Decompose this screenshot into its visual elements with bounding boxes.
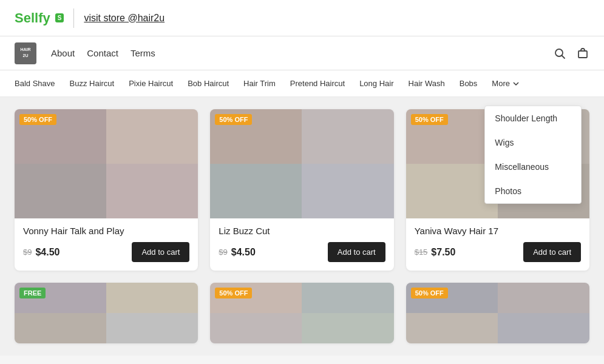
- chevron-down-icon: [512, 80, 520, 87]
- more-dropdown: Shoulder Length Wigs Miscellaneous Photo…: [484, 106, 582, 204]
- cart-icon[interactable]: [576, 47, 589, 60]
- product-img-4c: [15, 313, 106, 343]
- product-info-2: Liz Buzz Cut $9 $4.50 Add to cart: [210, 218, 393, 271]
- nav-link-contact[interactable]: Contact: [87, 48, 118, 58]
- category-more[interactable]: More Shoulder Length Wigs Miscellaneous …: [484, 79, 527, 88]
- price-original-1: $9: [23, 248, 32, 257]
- product-bottom-1: $9 $4.50 Add to cart: [23, 242, 189, 262]
- product-images-2: 50% OFF: [210, 109, 393, 218]
- svg-line-4: [562, 55, 565, 58]
- store-link[interactable]: visit store @hair2u: [84, 13, 165, 24]
- product-card-1: 50% OFF Vonny Hair Talk and Play $9 $4.5…: [15, 109, 198, 271]
- product-img-2c: [210, 164, 302, 218]
- svg-rect-5: [579, 51, 587, 58]
- product-title-1: Vonny Hair Talk and Play: [23, 226, 189, 236]
- product-img-5b: [302, 283, 393, 313]
- top-divider: [73, 8, 74, 28]
- sellfy-logo-text: Sellfy: [15, 10, 50, 26]
- badge-4: FREE: [19, 288, 46, 298]
- product-img-4d: [106, 313, 198, 343]
- product-images-4: FREE: [15, 283, 198, 343]
- product-title-3: Yaniva Wavy Hair 17: [415, 226, 581, 236]
- top-bar: SellfyS visit store @hair2u: [0, 0, 604, 36]
- price-original-2: $9: [219, 248, 227, 257]
- logo-area: SellfyS: [15, 10, 64, 26]
- add-to-cart-2[interactable]: Add to cart: [328, 242, 385, 262]
- product-card-5: 50% OFF: [210, 283, 393, 343]
- category-bald-shave[interactable]: Bald Shave: [15, 79, 63, 88]
- product-card-4: FREE: [15, 283, 198, 343]
- product-card-6: 50% OFF: [406, 283, 589, 343]
- nav-logo: HAIR 2U: [15, 42, 36, 64]
- product-img-6b: [498, 283, 589, 313]
- product-img-1d: [106, 164, 198, 218]
- product-img-1c: [15, 164, 106, 218]
- nav-bar: HAIR 2U About Contact Terms: [0, 36, 604, 70]
- product-img-1b: [106, 109, 198, 164]
- dropdown-photos[interactable]: Photos: [485, 179, 581, 203]
- category-bar: Bald Shave Buzz Haircut Pixie Haircut Bo…: [0, 70, 604, 97]
- product-images-5: 50% OFF: [210, 283, 393, 343]
- product-bottom-3: $15 $7.50 Add to cart: [415, 242, 581, 262]
- nav-left: HAIR 2U About Contact Terms: [15, 42, 155, 64]
- sellfy-logo-badge: S: [55, 13, 64, 22]
- category-buzz-haircut[interactable]: Buzz Haircut: [63, 79, 122, 88]
- product-price-1: $9 $4.50: [23, 247, 60, 258]
- category-bob-haircut[interactable]: Bob Haircut: [180, 79, 236, 88]
- product-img-5c: [210, 313, 302, 343]
- badge-5: 50% OFF: [215, 288, 252, 298]
- price-current-2: $4.50: [231, 247, 256, 258]
- badge-2: 50% OFF: [215, 114, 252, 125]
- dropdown-wigs[interactable]: Wigs: [485, 130, 581, 155]
- badge-3: 50% OFF: [411, 114, 448, 125]
- category-hair-wash[interactable]: Hair Wash: [401, 79, 452, 88]
- price-current-1: $4.50: [35, 247, 59, 258]
- nav-links: About Contact Terms: [51, 48, 155, 58]
- category-pretend-haircut[interactable]: Pretend Haircut: [283, 79, 352, 88]
- add-to-cart-3[interactable]: Add to cart: [523, 242, 581, 262]
- product-price-2: $9 $4.50: [219, 247, 256, 258]
- product-images-6: 50% OFF: [406, 283, 589, 343]
- product-info-3: Yaniva Wavy Hair 17 $15 $7.50 Add to car…: [406, 218, 589, 271]
- category-hair-trim[interactable]: Hair Trim: [236, 79, 283, 88]
- product-img-6c: [406, 313, 498, 343]
- product-bottom-2: $9 $4.50 Add to cart: [219, 242, 385, 262]
- dropdown-shoulder-length[interactable]: Shoulder Length: [485, 106, 581, 130]
- product-images-1: 50% OFF: [15, 109, 198, 218]
- price-original-3: $15: [415, 248, 428, 257]
- product-img-2d: [302, 164, 393, 218]
- badge-1: 50% OFF: [19, 114, 56, 125]
- more-label: More: [492, 79, 510, 88]
- search-icon[interactable]: [553, 47, 566, 60]
- nav-link-about[interactable]: About: [51, 48, 75, 58]
- price-current-3: $7.50: [431, 247, 455, 258]
- svg-text:HAIR: HAIR: [20, 47, 30, 52]
- svg-text:2U: 2U: [23, 53, 29, 58]
- product-price-3: $15 $7.50: [415, 247, 456, 258]
- product-img-3c: [406, 164, 498, 218]
- product-card-2: 50% OFF Liz Buzz Cut $9 $4.50 Add to car…: [210, 109, 393, 271]
- product-title-2: Liz Buzz Cut: [219, 226, 385, 236]
- category-long-hair[interactable]: Long Hair: [352, 79, 401, 88]
- dropdown-miscellaneous[interactable]: Miscellaneous: [485, 155, 581, 179]
- nav-link-terms[interactable]: Terms: [131, 48, 155, 58]
- product-img-6d: [498, 313, 589, 343]
- add-to-cart-1[interactable]: Add to cart: [132, 242, 189, 262]
- badge-6: 50% OFF: [411, 288, 448, 298]
- category-bobs[interactable]: Bobs: [452, 79, 485, 88]
- category-pixie-haircut[interactable]: Pixie Haircut: [121, 79, 180, 88]
- nav-icons: [553, 47, 589, 60]
- product-info-1: Vonny Hair Talk and Play $9 $4.50 Add to…: [15, 218, 198, 271]
- product-img-4b: [106, 283, 198, 313]
- product-img-2b: [302, 109, 393, 164]
- product-img-5d: [302, 313, 393, 343]
